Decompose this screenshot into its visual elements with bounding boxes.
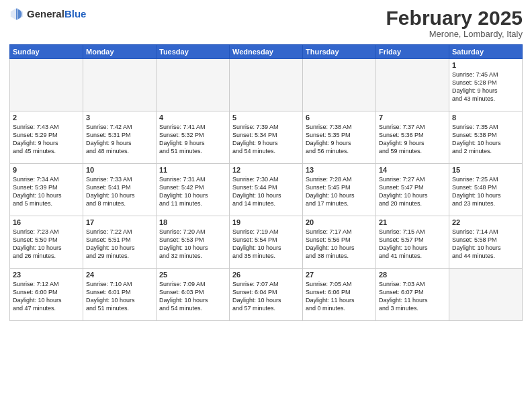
day-info: Sunrise: 7:17 AM Sunset: 5:56 PM Dayligh…: [306, 228, 373, 261]
day-number: 23: [13, 271, 80, 279]
day-number: 6: [306, 113, 373, 122]
month-title: February 2025: [386, 7, 523, 29]
day-number: 18: [159, 218, 226, 226]
day-cell: 27Sunrise: 7:05 AM Sunset: 6:06 PM Dayli…: [303, 269, 376, 321]
day-cell: 24Sunrise: 7:10 AM Sunset: 6:01 PM Dayli…: [83, 269, 157, 321]
day-cell: 18Sunrise: 7:20 AM Sunset: 5:53 PM Dayli…: [157, 216, 230, 269]
day-number: 21: [379, 218, 446, 226]
week-row-3: 16Sunrise: 7:23 AM Sunset: 5:50 PM Dayli…: [10, 216, 523, 269]
day-number: 16: [13, 218, 80, 226]
day-cell: 22Sunrise: 7:14 AM Sunset: 5:58 PM Dayli…: [449, 216, 523, 269]
week-row-4: 23Sunrise: 7:12 AM Sunset: 6:00 PM Dayli…: [10, 269, 523, 321]
day-info: Sunrise: 7:35 AM Sunset: 5:38 PM Dayligh…: [452, 123, 519, 156]
location: Merone, Lombardy, Italy: [386, 29, 523, 39]
day-number: 20: [306, 218, 373, 226]
day-number: 28: [379, 271, 446, 279]
day-info: Sunrise: 7:37 AM Sunset: 5:36 PM Dayligh…: [379, 123, 446, 156]
day-info: Sunrise: 7:03 AM Sunset: 6:07 PM Dayligh…: [379, 280, 446, 313]
week-row-0: 1Sunrise: 7:45 AM Sunset: 5:28 PM Daylig…: [10, 59, 523, 111]
weekday-wednesday: Wednesday: [230, 45, 303, 59]
week-row-2: 9Sunrise: 7:34 AM Sunset: 5:39 PM Daylig…: [10, 164, 523, 216]
logo: GeneralBlue: [9, 7, 86, 21]
day-number: 24: [86, 271, 153, 279]
day-info: Sunrise: 7:45 AM Sunset: 5:28 PM Dayligh…: [452, 71, 519, 103]
day-info: Sunrise: 7:14 AM Sunset: 5:58 PM Dayligh…: [452, 228, 519, 261]
day-number: 12: [232, 166, 300, 174]
day-number: 22: [452, 218, 519, 226]
day-cell: 15Sunrise: 7:25 AM Sunset: 5:48 PM Dayli…: [449, 164, 523, 216]
day-number: 17: [86, 218, 153, 226]
day-cell: 17Sunrise: 7:22 AM Sunset: 5:51 PM Dayli…: [83, 216, 157, 269]
day-cell: 3Sunrise: 7:42 AM Sunset: 5:31 PM Daylig…: [83, 111, 157, 164]
day-number: 26: [232, 271, 300, 279]
day-cell: 8Sunrise: 7:35 AM Sunset: 5:38 PM Daylig…: [449, 111, 523, 164]
day-info: Sunrise: 7:07 AM Sunset: 6:04 PM Dayligh…: [232, 280, 300, 313]
day-number: 10: [86, 166, 153, 174]
weekday-friday: Friday: [376, 45, 449, 59]
day-number: 5: [232, 113, 300, 122]
day-cell: 13Sunrise: 7:28 AM Sunset: 5:45 PM Dayli…: [303, 164, 376, 216]
day-cell: 7Sunrise: 7:37 AM Sunset: 5:36 PM Daylig…: [376, 111, 449, 164]
day-cell: 23Sunrise: 7:12 AM Sunset: 6:00 PM Dayli…: [10, 269, 83, 321]
day-number: 25: [159, 271, 226, 279]
day-number: 8: [452, 113, 519, 122]
day-cell: 12Sunrise: 7:30 AM Sunset: 5:44 PM Dayli…: [230, 164, 303, 216]
day-cell: [449, 269, 523, 321]
page: GeneralBlue February 2025 Merone, Lombar…: [0, 0, 532, 411]
day-info: Sunrise: 7:30 AM Sunset: 5:44 PM Dayligh…: [232, 175, 300, 208]
day-cell: 6Sunrise: 7:38 AM Sunset: 5:35 PM Daylig…: [303, 111, 376, 164]
day-info: Sunrise: 7:38 AM Sunset: 5:35 PM Dayligh…: [306, 123, 373, 156]
day-info: Sunrise: 7:19 AM Sunset: 5:54 PM Dayligh…: [232, 228, 300, 261]
day-cell: 19Sunrise: 7:19 AM Sunset: 5:54 PM Dayli…: [230, 216, 303, 269]
logo-general: General: [27, 8, 64, 19]
day-info: Sunrise: 7:33 AM Sunset: 5:41 PM Dayligh…: [86, 175, 153, 208]
day-cell: 26Sunrise: 7:07 AM Sunset: 6:04 PM Dayli…: [230, 269, 303, 321]
day-number: 1: [452, 61, 519, 69]
day-number: 14: [379, 166, 446, 174]
day-number: 11: [159, 166, 226, 174]
day-info: Sunrise: 7:20 AM Sunset: 5:53 PM Dayligh…: [159, 228, 226, 261]
weekday-tuesday: Tuesday: [157, 45, 230, 59]
day-cell: 28Sunrise: 7:03 AM Sunset: 6:07 PM Dayli…: [376, 269, 449, 321]
day-number: 3: [86, 113, 153, 122]
day-number: 9: [13, 166, 80, 174]
day-cell: 1Sunrise: 7:45 AM Sunset: 5:28 PM Daylig…: [449, 59, 523, 111]
day-info: Sunrise: 7:41 AM Sunset: 5:32 PM Dayligh…: [159, 123, 226, 156]
day-cell: [376, 59, 449, 111]
day-info: Sunrise: 7:34 AM Sunset: 5:39 PM Dayligh…: [13, 175, 80, 208]
day-info: Sunrise: 7:42 AM Sunset: 5:31 PM Dayligh…: [86, 123, 153, 156]
day-info: Sunrise: 7:22 AM Sunset: 5:51 PM Dayligh…: [86, 228, 153, 261]
day-cell: [10, 59, 83, 111]
day-info: Sunrise: 7:25 AM Sunset: 5:48 PM Dayligh…: [452, 175, 519, 208]
title-block: February 2025 Merone, Lombardy, Italy: [386, 7, 523, 39]
weekday-header-row: SundayMondayTuesdayWednesdayThursdayFrid…: [10, 45, 523, 59]
weekday-saturday: Saturday: [449, 45, 523, 59]
day-info: Sunrise: 7:10 AM Sunset: 6:01 PM Dayligh…: [86, 280, 153, 313]
weekday-monday: Monday: [83, 45, 157, 59]
day-cell: 5Sunrise: 7:39 AM Sunset: 5:34 PM Daylig…: [230, 111, 303, 164]
day-number: 15: [452, 166, 519, 174]
day-cell: 16Sunrise: 7:23 AM Sunset: 5:50 PM Dayli…: [10, 216, 83, 269]
weekday-thursday: Thursday: [303, 45, 376, 59]
day-number: 2: [13, 113, 80, 122]
day-cell: 20Sunrise: 7:17 AM Sunset: 5:56 PM Dayli…: [303, 216, 376, 269]
day-info: Sunrise: 7:15 AM Sunset: 5:57 PM Dayligh…: [379, 228, 446, 261]
day-info: Sunrise: 7:05 AM Sunset: 6:06 PM Dayligh…: [306, 280, 373, 313]
calendar-table: SundayMondayTuesdayWednesdayThursdayFrid…: [9, 44, 523, 321]
day-number: 19: [232, 218, 300, 226]
day-cell: [230, 59, 303, 111]
day-info: Sunrise: 7:43 AM Sunset: 5:29 PM Dayligh…: [13, 123, 80, 156]
day-cell: 10Sunrise: 7:33 AM Sunset: 5:41 PM Dayli…: [83, 164, 157, 216]
day-cell: 25Sunrise: 7:09 AM Sunset: 6:03 PM Dayli…: [157, 269, 230, 321]
logo-blue: Blue: [64, 8, 87, 19]
day-cell: [303, 59, 376, 111]
day-number: 13: [306, 166, 373, 174]
weekday-sunday: Sunday: [10, 45, 83, 59]
day-cell: 2Sunrise: 7:43 AM Sunset: 5:29 PM Daylig…: [10, 111, 83, 164]
day-number: 4: [159, 113, 226, 122]
day-info: Sunrise: 7:23 AM Sunset: 5:50 PM Dayligh…: [13, 228, 80, 261]
day-info: Sunrise: 7:39 AM Sunset: 5:34 PM Dayligh…: [232, 123, 300, 156]
logo-icon: [9, 7, 24, 21]
day-number: 27: [306, 271, 373, 279]
logo-text: GeneralBlue: [27, 9, 86, 20]
